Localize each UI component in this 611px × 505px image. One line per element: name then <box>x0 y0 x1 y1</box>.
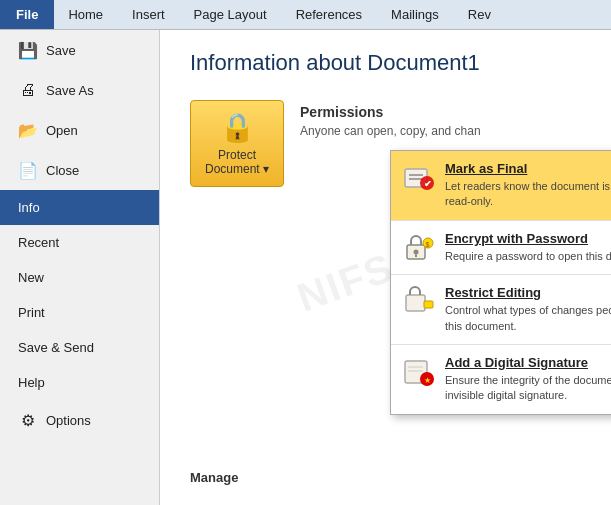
sidebar-item-recent[interactable]: Recent <box>0 225 159 260</box>
svg-point-6 <box>414 249 419 254</box>
tab-references[interactable]: References <box>282 0 377 29</box>
sidebar-item-new[interactable]: New <box>0 260 159 295</box>
mark-final-icon: ✔ <box>403 161 435 193</box>
content-area: NIFSnow Information about Document1 🔒 Pr… <box>160 30 611 505</box>
encrypt-text: Encrypt with Password Require a password… <box>445 231 611 264</box>
protect-dropdown-menu: ✔ Mark as Final Let readers know the doc… <box>390 150 611 415</box>
sidebar-item-options-label: Options <box>46 413 91 428</box>
dropdown-item-signature[interactable]: ★ Add a Digital Signature Ensure the int… <box>391 345 611 414</box>
protect-document-button[interactable]: 🔒 Protect Document ▾ <box>190 100 284 187</box>
svg-rect-11 <box>424 301 433 308</box>
signature-text: Add a Digital Signature Ensure the integ… <box>445 355 611 404</box>
svg-text:$: $ <box>426 240 430 247</box>
sidebar-item-open-label: Open <box>46 123 78 138</box>
sidebar-item-close-label: Close <box>46 163 79 178</box>
open-icon: 📂 <box>18 120 38 140</box>
permissions-title: Permissions <box>300 104 481 120</box>
sidebar-item-recent-label: Recent <box>18 235 59 250</box>
restrict-icon <box>403 285 435 317</box>
mark-final-desc: Let readers know the document is final a… <box>445 179 611 210</box>
sidebar-item-new-label: New <box>18 270 44 285</box>
sidebar-item-help-label: Help <box>18 375 45 390</box>
svg-text:✔: ✔ <box>424 179 432 189</box>
sidebar-item-save-send[interactable]: Save & Send <box>0 330 159 365</box>
encrypt-icon: $ <box>403 231 435 263</box>
sidebar-item-info[interactable]: Info <box>0 190 159 225</box>
save-icon: 💾 <box>18 40 38 60</box>
encrypt-desc: Require a password to open this document… <box>445 249 611 264</box>
permissions-desc: Anyone can open, copy, and chan <box>300 124 481 138</box>
sidebar-item-print[interactable]: Print <box>0 295 159 330</box>
tab-insert[interactable]: Insert <box>118 0 180 29</box>
sidebar-item-save[interactable]: 💾 Save <box>0 30 159 70</box>
ribbon-bar: File Home Insert Page Layout References … <box>0 0 611 30</box>
restrict-text: Restrict Editing Control what types of c… <box>445 285 611 334</box>
dropdown-item-encrypt[interactable]: $ Encrypt with Password Require a passwo… <box>391 221 611 275</box>
save-as-icon: 🖨 <box>18 80 38 100</box>
tab-review[interactable]: Rev <box>454 0 506 29</box>
tab-home[interactable]: Home <box>54 0 118 29</box>
encrypt-title: Encrypt with Password <box>445 231 611 246</box>
main-layout: 💾 Save 🖨 Save As 📂 Open 📄 Close Info Rec… <box>0 30 611 505</box>
mark-final-text: Mark as Final Let readers know the docum… <box>445 161 611 210</box>
sidebar-item-save-send-label: Save & Send <box>18 340 94 355</box>
close-icon: 📄 <box>18 160 38 180</box>
dropdown-item-restrict[interactable]: Restrict Editing Control what types of c… <box>391 275 611 345</box>
sidebar: 💾 Save 🖨 Save As 📂 Open 📄 Close Info Rec… <box>0 30 160 505</box>
tab-mailings[interactable]: Mailings <box>377 0 454 29</box>
sidebar-item-options[interactable]: ⚙ Options <box>0 400 159 440</box>
permissions-info: Permissions Anyone can open, copy, and c… <box>300 100 481 138</box>
signature-desc: Ensure the integrity of the document by … <box>445 373 611 404</box>
manage-label: Manage <box>190 462 238 485</box>
sidebar-item-save-as[interactable]: 🖨 Save As <box>0 70 159 110</box>
mark-final-title: Mark as Final <box>445 161 611 176</box>
dropdown-item-mark-final[interactable]: ✔ Mark as Final Let readers know the doc… <box>391 151 611 221</box>
sidebar-item-help[interactable]: Help <box>0 365 159 400</box>
page-title: Information about Document1 <box>190 50 581 76</box>
sidebar-item-info-label: Info <box>18 200 40 215</box>
sidebar-item-print-label: Print <box>18 305 45 320</box>
svg-text:★: ★ <box>424 375 431 384</box>
svg-rect-10 <box>406 295 425 311</box>
signature-title: Add a Digital Signature <box>445 355 611 370</box>
sidebar-item-open[interactable]: 📂 Open <box>0 110 159 150</box>
options-icon: ⚙ <box>18 410 38 430</box>
lock-icon: 🔒 <box>220 111 255 144</box>
sidebar-item-close[interactable]: 📄 Close <box>0 150 159 190</box>
protect-btn-label: Protect Document ▾ <box>205 148 269 176</box>
restrict-title: Restrict Editing <box>445 285 611 300</box>
sidebar-item-save-as-label: Save As <box>46 83 94 98</box>
signature-icon: ★ <box>403 355 435 387</box>
restrict-desc: Control what types of changes people can… <box>445 303 611 334</box>
tab-page-layout[interactable]: Page Layout <box>180 0 282 29</box>
file-tab[interactable]: File <box>0 0 54 29</box>
sidebar-item-save-label: Save <box>46 43 76 58</box>
